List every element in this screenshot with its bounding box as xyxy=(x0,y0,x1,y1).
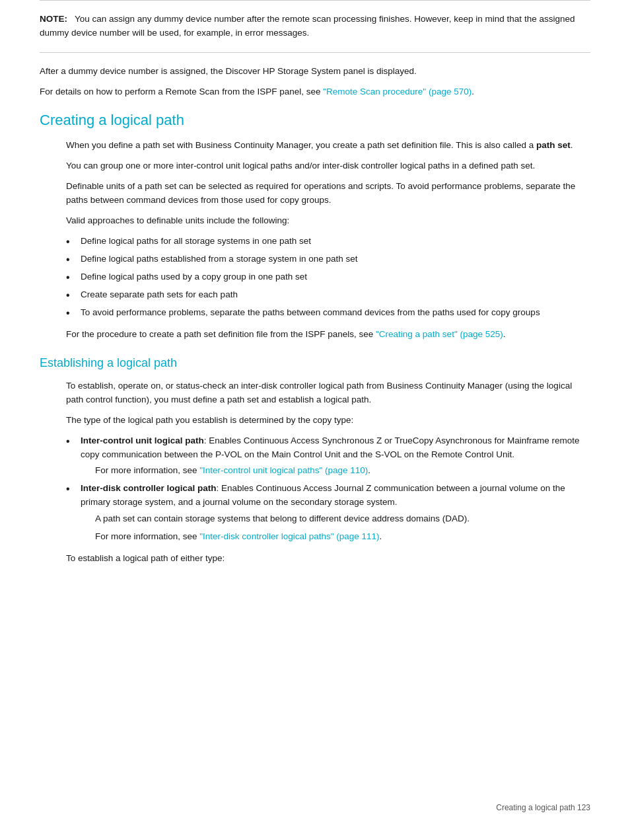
note-body: You can assign any dummy device number a… xyxy=(40,14,575,38)
intro-para2: For details on how to perform a Remote S… xyxy=(40,85,590,99)
creating-para1-suffix: . xyxy=(571,140,573,150)
bullet-item: Define logical paths used by a copy grou… xyxy=(66,270,590,284)
inter-control-label: Inter-control unit logical path xyxy=(81,436,204,445)
creating-para3: Definable units of a path set can be sel… xyxy=(66,180,590,208)
bullet-item: Define logical paths for all storage sys… xyxy=(66,235,590,248)
establishing-para2: The type of the logical path you establi… xyxy=(66,414,590,428)
creating-para1-text: When you define a path set with Business… xyxy=(66,140,536,150)
inter-control-link[interactable]: "Inter-control unit logical paths" (page… xyxy=(199,465,368,475)
inter-control-sub-suffix: . xyxy=(368,465,370,475)
footer: Creating a logical path 123 xyxy=(496,802,590,814)
note-text: NOTE: You can assign any dummy device nu… xyxy=(40,13,590,40)
creating-para5-suffix: . xyxy=(503,329,506,339)
creating-bullet-list: Define logical paths for all storage sys… xyxy=(66,235,590,320)
establishing-bullet-list: Inter-control unit logical path: Enables… xyxy=(66,434,590,544)
establishing-bullet-2: Inter-disk controller logical path: Enab… xyxy=(66,482,590,544)
bullet-item: Create separate path sets for each path xyxy=(66,288,590,302)
bullet-item: Define logical paths established from a … xyxy=(66,252,590,266)
establishing-para3: To establish a logical path of either ty… xyxy=(66,552,590,566)
establishing-para1: To establish, operate on, or status-chec… xyxy=(66,379,590,407)
creating-heading: Creating a logical path xyxy=(40,111,590,130)
intro-para1: After a dummy device number is assigned,… xyxy=(40,65,590,79)
intro-para2-suffix: . xyxy=(472,87,474,96)
note-label: NOTE: xyxy=(40,14,67,24)
establishing-bullet-2-content: Inter-disk controller logical path: Enab… xyxy=(81,483,565,507)
creating-para1: When you define a path set with Business… xyxy=(66,139,590,153)
page: NOTE: You can assign any dummy device nu… xyxy=(0,0,630,840)
establishing-bullet-1-content: Inter-control unit logical path: Enables… xyxy=(81,436,580,459)
creating-para4: Valid approaches to definable units incl… xyxy=(66,214,590,228)
inter-control-sub-prefix: For more information, see xyxy=(95,465,199,475)
note-section: NOTE: You can assign any dummy device nu… xyxy=(40,13,590,53)
creating-path-set-link[interactable]: "Creating a path set" (page 525) xyxy=(376,329,503,339)
inter-disk-sub1: A path set can contain storage systems t… xyxy=(95,512,590,526)
inter-disk-link[interactable]: "Inter-disk controller logical paths" (p… xyxy=(199,531,379,541)
intro-para2-prefix: For details on how to perform a Remote S… xyxy=(40,87,323,96)
top-rule xyxy=(40,0,590,1)
remote-scan-link[interactable]: "Remote Scan procedure" (page 570) xyxy=(323,87,472,96)
creating-para2: You can group one or more inter-control … xyxy=(66,159,590,173)
inter-disk-sub2-suffix: . xyxy=(380,531,382,541)
path-set-bold: path set xyxy=(536,140,571,150)
bullet-item: To avoid performance problems, separate … xyxy=(66,306,590,320)
intro-section: After a dummy device number is assigned,… xyxy=(40,65,590,99)
inter-disk-sub2: For more information, see "Inter-disk co… xyxy=(95,530,590,544)
inter-control-sub: For more information, see "Inter-control… xyxy=(95,464,590,478)
creating-para5-prefix: For the procedure to create a path set d… xyxy=(66,329,376,339)
creating-para5: For the procedure to create a path set d… xyxy=(66,328,590,342)
establishing-heading: Establishing a logical path xyxy=(40,356,590,371)
establishing-bullet-1: Inter-control unit logical path: Enables… xyxy=(66,434,590,478)
footer-text: Creating a logical path 123 xyxy=(496,803,590,812)
inter-disk-label: Inter-disk controller logical path xyxy=(81,483,217,493)
inter-disk-sub2-prefix: For more information, see xyxy=(95,531,199,541)
